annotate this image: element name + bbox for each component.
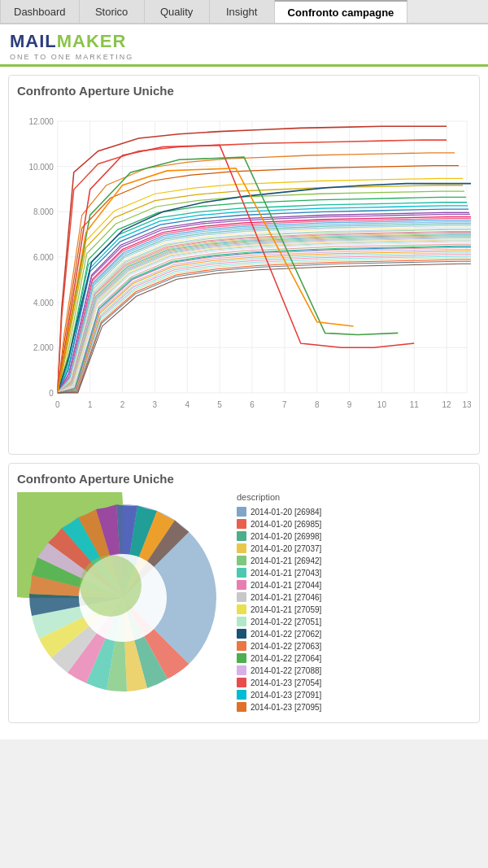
legend-item-label: 2014-01-20 [26998] [251,532,321,541]
svg-text:7: 7 [282,400,287,409]
tab-quality[interactable]: Quality [145,0,210,23]
legend-item-label: 2014-01-23 [27091] [251,691,321,700]
legend-item: 2014-01-22 [27063] [237,641,471,651]
logo-tagline: ONE TO ONE MARKETING [10,53,478,61]
svg-text:8: 8 [315,400,320,409]
svg-text:6: 6 [250,400,255,409]
svg-text:10.000: 10.000 [28,163,54,172]
legend-item-label: 2014-01-20 [26984] [251,508,321,517]
pie-chart-svg [17,492,229,704]
tab-confronto-campagne[interactable]: Confronto campagne [275,0,408,23]
svg-text:8.000: 8.000 [33,207,54,216]
logo-mail: MAIL [10,31,57,52]
tab-dashboard[interactable]: Dashboard [0,0,80,23]
legend-item-label: 2014-01-21 [27046] [251,593,321,602]
svg-text:4.000: 4.000 [33,299,54,308]
legend-color-swatch [237,641,246,651]
legend-wrap: description 2014-01-20 [26984]2014-01-20… [237,492,471,714]
pie-content: description 2014-01-20 [26984]2014-01-20… [17,492,471,714]
legend-color-swatch [237,604,246,614]
legend-item-label: 2014-01-20 [26985] [251,520,321,529]
svg-point-45 [80,555,142,617]
svg-text:2.000: 2.000 [33,343,54,352]
svg-text:12.000: 12.000 [28,117,54,126]
svg-text:4: 4 [185,400,190,409]
svg-text:3: 3 [153,400,158,409]
svg-text:12: 12 [442,400,451,409]
legend-item-label: 2014-01-22 [27088] [251,666,321,675]
tab-storico[interactable]: Storico [80,0,145,23]
legend-item-label: 2014-01-21 [27043] [251,569,321,578]
legend-item-label: 2014-01-22 [27051] [251,617,321,626]
legend-item: 2014-01-21 [27044] [237,580,471,590]
line-chart-title: Confronto Aperture Uniche [17,84,471,98]
legend-item: 2014-01-21 [26942] [237,556,471,565]
legend-item: 2014-01-21 [27059] [237,604,471,614]
svg-text:6.000: 6.000 [33,253,54,262]
legend-item: 2014-01-20 [26985] [237,519,471,529]
legend-color-swatch [237,531,246,541]
legend-item: 2014-01-20 [26984] [237,507,471,517]
legend-item: 2014-01-22 [27064] [237,653,471,663]
pie-chart-title: Confronto Aperture Uniche [17,472,471,486]
legend-color-swatch [237,665,246,675]
legend-color-swatch [237,580,246,590]
legend-color-swatch [237,653,246,663]
legend-color-swatch [237,629,246,639]
legend-item: 2014-01-23 [27095] [237,702,471,712]
pie-chart-section: Confronto Aperture Uniche [8,463,480,723]
legend-item: 2014-01-23 [27054] [237,678,471,687]
svg-text:0: 0 [49,389,54,398]
legend-item-label: 2014-01-22 [27062] [251,630,321,639]
legend-title: description [237,492,471,502]
line-chart-svg: 12.000 10.000 8.000 6.000 4.000 2.000 0 … [17,104,471,446]
legend-item-label: 2014-01-20 [27037] [251,544,321,553]
svg-text:13: 13 [462,400,471,409]
legend-color-swatch [237,678,246,687]
pie-chart-wrap [17,492,229,707]
svg-text:1: 1 [88,400,93,409]
legend-item: 2014-01-22 [27051] [237,617,471,626]
legend-item-label: 2014-01-21 [26942] [251,556,321,565]
legend-color-swatch [237,568,246,578]
legend-item: 2014-01-22 [27088] [237,665,471,675]
legend-color-swatch [237,690,246,700]
legend-color-swatch [237,592,246,602]
svg-text:2: 2 [120,400,125,409]
svg-text:5: 5 [217,400,222,409]
legend-item: 2014-01-20 [26998] [237,531,471,541]
legend-color-swatch [237,556,246,565]
svg-text:0: 0 [55,400,60,409]
legend-item: 2014-01-22 [27062] [237,629,471,639]
legend-item: 2014-01-23 [27091] [237,690,471,700]
app-logo: MAILMAKER [10,31,478,52]
legend-color-swatch [237,507,246,517]
svg-text:11: 11 [410,400,419,409]
legend-color-swatch [237,702,246,712]
svg-text:9: 9 [347,400,352,409]
main-content: Confronto Aperture Uniche [0,67,488,739]
line-chart-section: Confronto Aperture Uniche [8,75,480,455]
legend-color-swatch [237,519,246,529]
legend-item-label: 2014-01-23 [27095] [251,703,321,712]
app-header: MAILMAKER ONE TO ONE MARKETING [0,24,488,67]
legend-items: 2014-01-20 [26984]2014-01-20 [26985]2014… [237,507,471,712]
legend-item-label: 2014-01-21 [27044] [251,581,321,590]
legend-color-swatch [237,543,246,553]
legend-item-label: 2014-01-23 [27054] [251,678,321,687]
legend-item: 2014-01-21 [27043] [237,568,471,578]
navigation-tabs: Dashboard Storico Quality Insight Confro… [0,0,488,24]
legend-item: 2014-01-20 [27037] [237,543,471,553]
legend-item: 2014-01-21 [27046] [237,592,471,602]
legend-color-swatch [237,617,246,626]
tab-insight[interactable]: Insight [210,0,275,23]
logo-maker: MAKER [57,31,127,52]
line-chart-container: 12.000 10.000 8.000 6.000 4.000 2.000 0 … [17,104,471,446]
legend-item-label: 2014-01-22 [27063] [251,642,321,651]
legend-item-label: 2014-01-22 [27064] [251,654,321,663]
legend-item-label: 2014-01-21 [27059] [251,605,321,614]
svg-text:10: 10 [377,400,386,409]
